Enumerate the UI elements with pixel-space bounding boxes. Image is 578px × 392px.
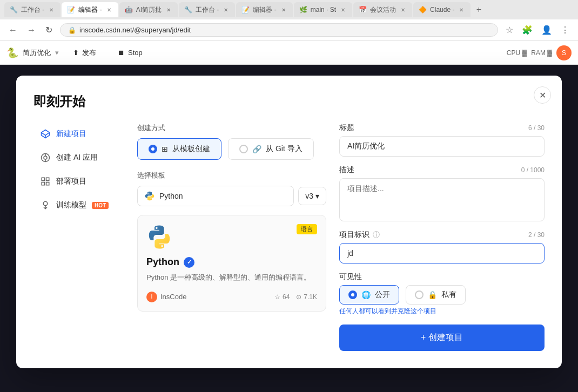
card-name-text: Python — [146, 256, 179, 268]
desc-field-group: 描述 0 / 1000 — [339, 165, 545, 221]
sidebar-item-train-label: 训练模型 — [56, 200, 86, 210]
modal-close-button[interactable]: ✕ — [534, 86, 551, 104]
url-field[interactable]: 🔒 inscode.csdn.net/@superyan/jd/edit — [60, 23, 498, 37]
star-count: 64 — [283, 293, 290, 301]
author-name: InsCode — [160, 293, 186, 301]
sidebar-item-ai-app[interactable]: 创建 AI 应用 — [33, 147, 120, 168]
bookmark-icon[interactable]: ☆ — [503, 23, 515, 37]
card-author: I InsCode — [146, 292, 268, 302]
tab-label-8: Claude - — [430, 6, 454, 13]
tab-3[interactable]: 🤖 AI简历批 ✕ — [119, 2, 178, 17]
python-logo-icon — [146, 224, 172, 250]
visibility-label: 可见性 — [339, 272, 362, 282]
tags-info-icon[interactable]: ⓘ — [373, 230, 380, 240]
tab-2[interactable]: 📝 编辑器 - ✕ — [62, 2, 118, 17]
svg-rect-6 — [42, 178, 44, 180]
template-section-label: 选择模板 — [137, 171, 326, 180]
desc-count: 0 / 1000 — [521, 166, 545, 174]
url-text: inscode.csdn.net/@superyan/jd/edit — [79, 26, 191, 34]
template-select[interactable]: Python — [137, 186, 294, 206]
author-avatar: I — [146, 292, 157, 302]
stop-button[interactable]: ⏹ Stop — [110, 45, 150, 60]
tab-close-3[interactable]: ✕ — [165, 6, 172, 13]
tab-close-4[interactable]: ✕ — [222, 6, 230, 13]
tab-favicon-4: 🔧 — [184, 6, 192, 13]
method-git-radio — [239, 145, 248, 153]
tab-close-6[interactable]: ✕ — [339, 6, 347, 13]
template-card: 语言 Python ✓ Python 是一种高级的、解释型的、通用的编程语言。 — [137, 215, 326, 312]
modal-body: 新建项目 创建 AI 应用 — [33, 123, 545, 351]
method-template-option[interactable]: ⊞ 从模板创建 — [137, 138, 221, 160]
ai-icon — [40, 152, 51, 163]
tab-label-3: AI简历批 — [136, 5, 162, 15]
lock-icon: 🔒 — [68, 26, 76, 34]
desc-textarea[interactable] — [339, 178, 545, 221]
visibility-options: 🌐 公开 🔒 私有 — [339, 285, 545, 305]
back-button[interactable]: ← — [6, 23, 19, 37]
brand-label: 简历优化 — [23, 48, 51, 58]
deploy-icon — [40, 176, 51, 187]
tab-bar: 🔧 工作台 - ✕ 📝 编辑器 - ✕ 🤖 AI简历批 ✕ 🔧 工作台 - ✕ … — [0, 0, 578, 19]
sidebar-item-train[interactable]: 训练模型 HOT — [33, 194, 120, 216]
stop-label: Stop — [128, 49, 143, 57]
template-name: Python — [159, 192, 183, 200]
private-label: 私有 — [441, 290, 456, 300]
sidebar-item-deploy[interactable]: 部署项目 — [33, 171, 120, 192]
private-radio — [415, 290, 424, 299]
tab-favicon-3: 🤖 — [125, 6, 133, 13]
title-input[interactable] — [339, 136, 545, 157]
version-select[interactable]: v3 ▾ — [298, 187, 326, 205]
tab-close-7[interactable]: ✕ — [399, 6, 407, 13]
tab-close-1[interactable]: ✕ — [48, 6, 55, 13]
check-icon: ✓ — [184, 257, 194, 268]
tab-close-2[interactable]: ✕ — [105, 6, 113, 13]
tab-label-7: 会议活动 — [370, 5, 396, 15]
new-tab-button[interactable]: + — [472, 3, 486, 17]
star-icon: ☆ — [274, 293, 280, 301]
app-toolbar: 🐍 简历优化 ▾ ⬆ 发布 ⏹ Stop CPU ▓ RAM ▓ S — [0, 41, 578, 65]
card-stats: ☆ 64 ⊙ 7.1K — [274, 293, 317, 301]
profile-icon[interactable]: 👤 — [539, 23, 554, 37]
method-template-label: 从模板创建 — [172, 144, 210, 154]
visibility-private-option[interactable]: 🔒 私有 — [406, 285, 466, 305]
publish-button[interactable]: ⬆ 发布 — [65, 45, 104, 61]
publish-icon: ⬆ — [73, 49, 79, 57]
desc-label: 描述 — [339, 165, 354, 175]
tags-input[interactable] — [339, 243, 545, 263]
toolbar-right: CPU ▓ RAM ▓ S — [507, 45, 572, 60]
tags-field-group: 项目标识 ⓘ 2 / 30 — [339, 230, 545, 263]
tab-favicon-8: 🔶 — [419, 6, 427, 13]
tab-7[interactable]: 📅 会议活动 ✕ — [353, 2, 412, 17]
extensions-icon[interactable]: 🧩 — [520, 23, 535, 37]
title-field-group: 标题 6 / 30 — [339, 123, 545, 157]
tab-close-5[interactable]: ✕ — [280, 6, 287, 13]
tab-label-5: 编辑器 - — [253, 5, 276, 15]
tab-5[interactable]: 📝 编辑器 - ✕ — [236, 2, 292, 17]
title-label: 标题 — [339, 123, 354, 133]
tab-label-1: 工作台 - — [21, 5, 44, 15]
tab-favicon-2: 📝 — [67, 6, 75, 13]
tab-label-2: 编辑器 - — [78, 5, 102, 15]
tab-1[interactable]: 🔧 工作台 - ✕ — [4, 2, 61, 17]
forward-button[interactable]: → — [25, 23, 38, 37]
sidebar-item-new-project[interactable]: 新建项目 — [33, 123, 120, 145]
method-git-option[interactable]: 🔗 从 Git 导入 — [228, 138, 314, 160]
user-avatar[interactable]: S — [556, 45, 572, 60]
template-select-row: Python v3 ▾ — [137, 186, 326, 206]
tab-8[interactable]: 🔶 Claude - ✕ — [413, 2, 471, 17]
tab-4[interactable]: 🔧 工作台 - ✕ — [179, 2, 235, 17]
reload-button[interactable]: ↻ — [43, 23, 55, 37]
tab-close-8[interactable]: ✕ — [458, 6, 465, 13]
title-label-row: 标题 6 / 30 — [339, 123, 545, 133]
python-small-icon — [144, 191, 155, 201]
method-git-label: 从 Git 导入 — [266, 144, 303, 154]
svg-point-10 — [43, 201, 48, 206]
menu-icon[interactable]: ⋮ — [559, 23, 572, 37]
modal-sidebar: 新建项目 创建 AI 应用 — [33, 123, 120, 351]
visibility-public-option[interactable]: 🌐 公开 — [339, 285, 399, 305]
modal-dialog: 即刻开始 ✕ 新建项目 — [16, 76, 562, 368]
tab-6[interactable]: 🌿 main · St ✕ — [294, 2, 352, 17]
public-globe-icon: 🌐 — [361, 290, 371, 299]
create-project-button[interactable]: + 创建项目 — [339, 325, 545, 351]
train-icon — [40, 200, 51, 211]
